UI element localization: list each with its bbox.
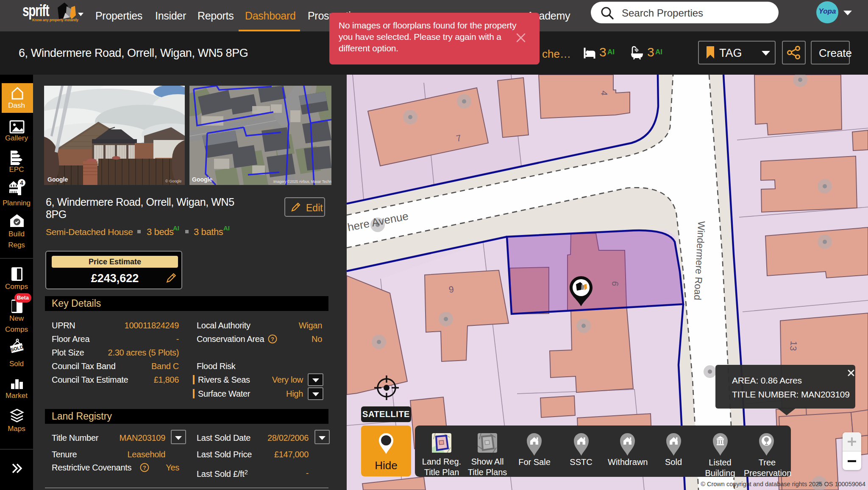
svg-text:© Google: © Google (165, 179, 181, 183)
svg-text:Google: Google (192, 176, 212, 183)
svg-text:4: 4 (20, 179, 23, 186)
svg-text:Imagery ©2025 Airbus, Maxar Te: Imagery ©2025 Airbus, Maxar Technologies (273, 179, 331, 184)
svg-text:© Crown copyright and database: © Crown copyright and database rights 20… (701, 481, 865, 487)
svg-text:13: 13 (788, 341, 799, 351)
svg-text:Google: Google (47, 176, 68, 183)
svg-text:4: 4 (599, 90, 609, 96)
